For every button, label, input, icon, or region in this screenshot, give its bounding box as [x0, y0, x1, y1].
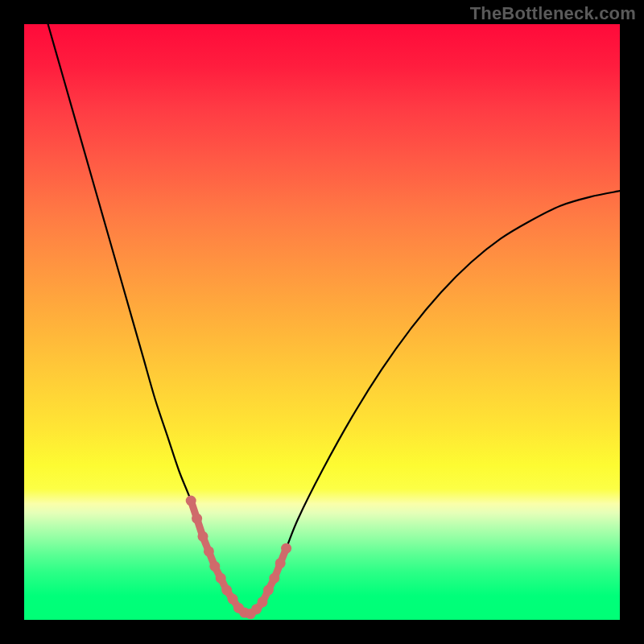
watermark-text: TheBottleneck.com: [470, 3, 636, 24]
plot-area: [24, 24, 620, 620]
highlight-point: [281, 543, 291, 554]
highlight-point: [263, 585, 274, 596]
highlight-point: [258, 597, 268, 607]
highlight-point: [186, 496, 196, 506]
highlight-point: [209, 561, 220, 572]
highlight-point: [221, 585, 232, 596]
highlight-point: [192, 514, 202, 524]
highlight-point: [216, 573, 226, 584]
highlight-point: [269, 573, 279, 584]
highlight-point: [204, 546, 214, 556]
chart-frame: TheBottleneck.com: [0, 0, 644, 644]
highlighted-range: [186, 496, 291, 620]
highlight-point: [198, 531, 208, 542]
highlight-point: [275, 558, 286, 568]
highlight-point: [228, 594, 238, 605]
bottleneck-curve: [48, 24, 620, 614]
curve-layer: [24, 24, 620, 620]
